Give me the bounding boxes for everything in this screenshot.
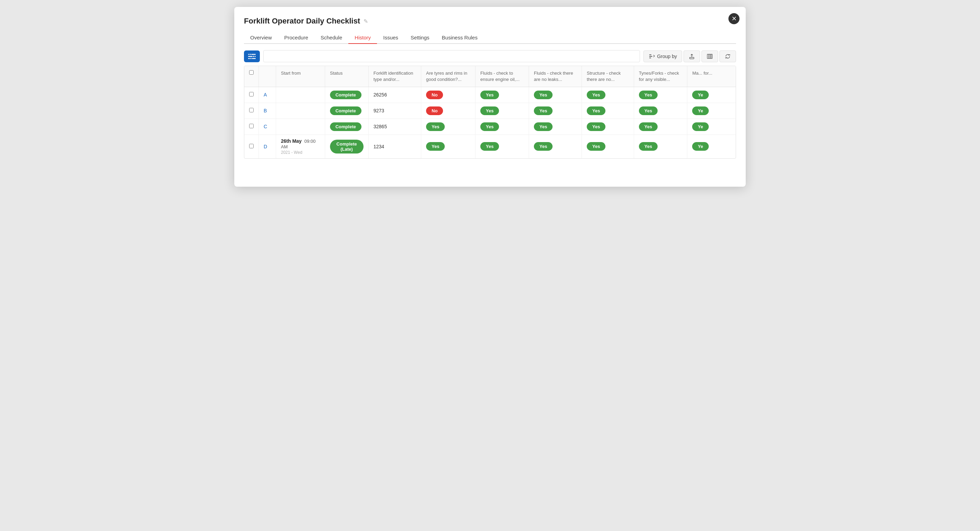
row-id-cell: D: [259, 134, 276, 158]
row-col6-cell: Yes: [634, 134, 687, 158]
col2-badge: Yes: [426, 142, 445, 151]
status-badge: Complete: [330, 107, 361, 115]
th-col6: Tynes/Forks - check for any visible...: [634, 66, 687, 87]
col1-value: 1234: [374, 144, 384, 149]
col2-badge: No: [426, 107, 443, 115]
row-col7-cell: Ye: [687, 103, 736, 119]
svg-rect-12: [711, 54, 713, 58]
col5-badge: Yes: [587, 142, 605, 151]
toolbar: Group by: [244, 50, 736, 62]
svg-rect-11: [709, 54, 711, 58]
th-col5: Structure - check there are no...: [582, 66, 634, 87]
row-col3-cell: Yes: [476, 87, 529, 103]
row-col5-cell: Yes: [582, 134, 634, 158]
th-start-from-label: Start from: [281, 70, 301, 76]
row-col2-cell: Yes: [421, 119, 476, 134]
row-col4-cell: Yes: [529, 103, 582, 119]
svg-rect-9: [690, 57, 694, 59]
row-start-cell: [276, 87, 325, 103]
th-col7-label: Ma... for...: [692, 70, 712, 76]
group-by-label: Group by: [657, 54, 677, 59]
tab-history[interactable]: History: [348, 32, 377, 44]
modal-header: Forklift Operator Daily Checklist ✎: [244, 17, 736, 26]
row-col1-cell: 1234: [368, 134, 421, 158]
row-checkbox[interactable]: [249, 108, 254, 112]
status-badge: Complete: [330, 91, 361, 99]
status-badge: Complete: [330, 123, 361, 131]
row-col6-cell: Yes: [634, 87, 687, 103]
svg-rect-7: [649, 56, 652, 57]
row-status-cell: Complete: [325, 87, 368, 103]
start-day: 2021 - Wed: [281, 150, 302, 155]
svg-rect-10: [707, 54, 709, 58]
th-col1: Forklift identification type and/or...: [368, 66, 421, 87]
row-checkbox[interactable]: [249, 144, 254, 148]
row-col4-cell: Yes: [529, 134, 582, 158]
col6-badge: Yes: [639, 142, 658, 151]
col4-badge: Yes: [534, 91, 552, 99]
col1-value: 26256: [374, 92, 387, 97]
table-row: CComplete32865YesYesYesYesYesYe: [244, 119, 736, 134]
row-col4-cell: Yes: [529, 119, 582, 134]
col5-badge: Yes: [587, 91, 605, 99]
row-id-link[interactable]: B: [264, 108, 267, 113]
svg-point-3: [250, 53, 251, 55]
group-by-button[interactable]: Group by: [643, 51, 682, 62]
modal-container: Forklift Operator Daily Checklist ✎ ✕ Ov…: [234, 7, 746, 187]
close-button[interactable]: ✕: [729, 13, 740, 24]
th-col7: Ma... for...: [687, 66, 736, 87]
filter-button[interactable]: [244, 51, 260, 62]
col5-badge: Yes: [587, 123, 605, 131]
row-checkbox[interactable]: [249, 124, 254, 128]
col1-value: 32865: [374, 124, 387, 129]
col7-badge: Ye: [692, 123, 708, 131]
col2-badge: Yes: [426, 123, 445, 131]
row-checkbox-cell: [244, 103, 259, 119]
row-col7-cell: Ye: [687, 87, 736, 103]
tab-overview[interactable]: Overview: [244, 32, 278, 44]
search-input[interactable]: [263, 50, 640, 62]
row-col1-cell: 26256: [368, 87, 421, 103]
th-col2: Are tyres and rims in good condition?...: [421, 66, 476, 87]
refresh-button[interactable]: [719, 51, 736, 62]
tab-schedule[interactable]: Schedule: [315, 32, 348, 44]
th-checkbox: [244, 66, 259, 87]
row-checkbox-cell: [244, 119, 259, 134]
tab-business-rules[interactable]: Business Rules: [436, 32, 484, 44]
row-id-cell: C: [259, 119, 276, 134]
row-id-link[interactable]: A: [264, 92, 267, 97]
export-button[interactable]: [684, 51, 700, 62]
row-col6-cell: Yes: [634, 103, 687, 119]
history-table: Start from Status Forklift identificatio…: [244, 66, 736, 158]
row-col2-cell: No: [421, 103, 476, 119]
tab-issues[interactable]: Issues: [377, 32, 404, 44]
tab-procedure[interactable]: Procedure: [278, 32, 315, 44]
col7-badge: Ye: [692, 142, 708, 151]
row-col2-cell: Yes: [421, 134, 476, 158]
tab-settings[interactable]: Settings: [404, 32, 435, 44]
col6-badge: Yes: [639, 91, 658, 99]
col4-badge: Yes: [534, 107, 552, 115]
col4-badge: Yes: [534, 123, 552, 131]
row-id-link[interactable]: D: [264, 144, 267, 149]
col3-badge: Yes: [480, 142, 499, 151]
th-col4-label: Fluids - check there are no leaks...: [534, 70, 573, 82]
edit-icon[interactable]: ✎: [364, 18, 368, 24]
columns-button[interactable]: [702, 51, 718, 62]
th-col3-label: Fluids - check to ensure engine oil,...: [480, 70, 519, 82]
modal-title: Forklift Operator Daily Checklist: [244, 17, 360, 26]
col6-badge: Yes: [639, 107, 658, 115]
row-start-cell: [276, 103, 325, 119]
status-badge: Complete (Late): [330, 140, 364, 153]
row-col5-cell: Yes: [582, 103, 634, 119]
row-checkbox[interactable]: [249, 92, 254, 96]
col3-badge: Yes: [480, 123, 499, 131]
row-col7-cell: Ye: [687, 119, 736, 134]
history-table-wrapper: Start from Status Forklift identificatio…: [244, 66, 736, 159]
select-all-checkbox[interactable]: [249, 70, 254, 75]
th-col2-label: Are tyres and rims in good condition?...: [426, 70, 467, 82]
row-col4-cell: Yes: [529, 87, 582, 103]
row-id-link[interactable]: C: [264, 124, 267, 129]
col7-badge: Ye: [692, 91, 708, 99]
row-col7-cell: Ye: [687, 134, 736, 158]
